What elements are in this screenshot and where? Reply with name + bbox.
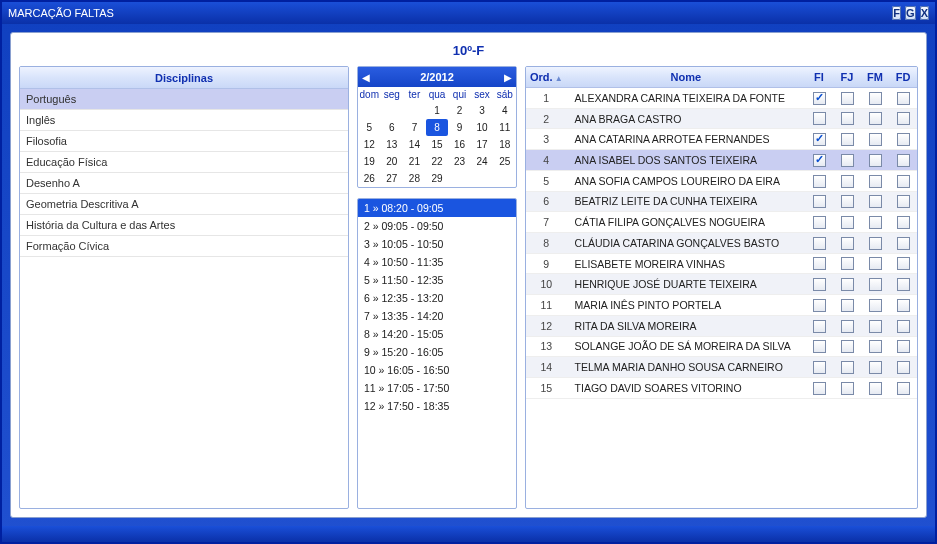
col-ord-header[interactable]: Ord.▲ (526, 67, 567, 88)
checkbox-fd[interactable] (897, 154, 910, 167)
timeslot-item[interactable]: 10 » 16:05 - 16:50 (358, 361, 516, 379)
checkbox-fm[interactable] (869, 382, 882, 395)
checkbox-fi[interactable] (813, 299, 826, 312)
checkbox-fm[interactable] (869, 278, 882, 291)
student-row[interactable]: 9ELISABETE MOREIRA VINHAS (526, 253, 917, 274)
checkbox-fj[interactable] (841, 278, 854, 291)
student-row[interactable]: 8CLÁUDIA CATARINA GONÇALVES BASTO (526, 233, 917, 254)
checkbox-fi[interactable] (813, 175, 826, 188)
timeslot-item[interactable]: 5 » 11:50 - 12:35 (358, 271, 516, 289)
checkbox-fm[interactable] (869, 195, 882, 208)
calendar-day[interactable]: 7 (403, 119, 426, 136)
checkbox-fm[interactable] (869, 92, 882, 105)
checkbox-fj[interactable] (841, 320, 854, 333)
checkbox-fd[interactable] (897, 133, 910, 146)
student-row[interactable]: 11MARIA INÊS PINTO PORTELA (526, 295, 917, 316)
timeslot-item[interactable]: 2 » 09:05 - 09:50 (358, 217, 516, 235)
timeslot-item[interactable]: 6 » 12:35 - 13:20 (358, 289, 516, 307)
discipline-item[interactable]: Filosofia (20, 131, 348, 152)
checkbox-fi[interactable] (813, 216, 826, 229)
student-row[interactable]: 13SOLANGE JOÃO DE SÁ MOREIRA DA SILVA (526, 336, 917, 357)
calendar-day[interactable]: 25 (493, 153, 516, 170)
checkbox-fj[interactable] (841, 112, 854, 125)
calendar-day[interactable]: 19 (358, 153, 381, 170)
calendar-day[interactable]: 17 (471, 136, 494, 153)
student-row[interactable]: 1ALEXANDRA CARINA TEIXEIRA DA FONTE (526, 88, 917, 109)
checkbox-fj[interactable] (841, 382, 854, 395)
discipline-item[interactable]: Geometria Descritiva A (20, 194, 348, 215)
calendar-day[interactable]: 23 (448, 153, 471, 170)
col-fm-header[interactable]: FM (861, 67, 889, 88)
calendar-day[interactable]: 3 (471, 102, 494, 119)
timeslot-item[interactable]: 9 » 15:20 - 16:05 (358, 343, 516, 361)
checkbox-fi[interactable] (813, 361, 826, 374)
calendar-day[interactable]: 28 (403, 170, 426, 187)
checkbox-fj[interactable] (841, 92, 854, 105)
calendar-day[interactable]: 9 (448, 119, 471, 136)
checkbox-fi[interactable] (813, 92, 826, 105)
checkbox-fm[interactable] (869, 320, 882, 333)
calendar-prev[interactable]: ◀ (362, 72, 370, 83)
checkbox-fi[interactable] (813, 237, 826, 250)
checkbox-fi[interactable] (813, 278, 826, 291)
student-row[interactable]: 7CÁTIA FILIPA GONÇALVES NOGUEIRA (526, 212, 917, 233)
checkbox-fm[interactable] (869, 361, 882, 374)
timeslot-item[interactable]: 1 » 08:20 - 09:05 (358, 199, 516, 217)
col-name-header[interactable]: Nome (567, 67, 805, 88)
btn-g[interactable]: G (905, 6, 916, 20)
checkbox-fi[interactable] (813, 133, 826, 146)
discipline-item[interactable]: Educação Física (20, 152, 348, 173)
checkbox-fj[interactable] (841, 299, 854, 312)
discipline-item[interactable]: Português (20, 89, 348, 110)
calendar-day[interactable]: 29 (426, 170, 449, 187)
checkbox-fj[interactable] (841, 133, 854, 146)
checkbox-fm[interactable] (869, 216, 882, 229)
checkbox-fd[interactable] (897, 340, 910, 353)
checkbox-fj[interactable] (841, 257, 854, 270)
calendar-day[interactable]: 14 (403, 136, 426, 153)
calendar-day[interactable]: 16 (448, 136, 471, 153)
checkbox-fj[interactable] (841, 361, 854, 374)
student-row[interactable]: 10HENRIQUE JOSÉ DUARTE TEIXEIRA (526, 274, 917, 295)
col-fj-header[interactable]: FJ (833, 67, 861, 88)
calendar-day[interactable]: 5 (358, 119, 381, 136)
checkbox-fi[interactable] (813, 382, 826, 395)
timeslot-item[interactable]: 4 » 10:50 - 11:35 (358, 253, 516, 271)
checkbox-fm[interactable] (869, 257, 882, 270)
checkbox-fi[interactable] (813, 195, 826, 208)
calendar-day[interactable]: 12 (358, 136, 381, 153)
checkbox-fm[interactable] (869, 133, 882, 146)
checkbox-fd[interactable] (897, 278, 910, 291)
calendar-day[interactable]: 10 (471, 119, 494, 136)
discipline-item[interactable]: Formação Cívica (20, 236, 348, 257)
checkbox-fm[interactable] (869, 237, 882, 250)
checkbox-fi[interactable] (813, 154, 826, 167)
checkbox-fm[interactable] (869, 299, 882, 312)
student-row[interactable]: 4ANA ISABEL DOS SANTOS TEIXEIRA (526, 150, 917, 171)
student-row[interactable]: 5ANA SOFIA CAMPOS LOUREIRO DA EIRA (526, 170, 917, 191)
btn-x[interactable]: X (920, 6, 929, 20)
calendar-day[interactable]: 22 (426, 153, 449, 170)
checkbox-fd[interactable] (897, 361, 910, 374)
student-row[interactable]: 2ANA BRAGA CASTRO (526, 108, 917, 129)
timeslot-item[interactable]: 7 » 13:35 - 14:20 (358, 307, 516, 325)
checkbox-fd[interactable] (897, 257, 910, 270)
checkbox-fi[interactable] (813, 320, 826, 333)
calendar-day[interactable]: 2 (448, 102, 471, 119)
timeslot-item[interactable]: 3 » 10:05 - 10:50 (358, 235, 516, 253)
calendar-day[interactable]: 1 (426, 102, 449, 119)
checkbox-fm[interactable] (869, 154, 882, 167)
calendar-day[interactable]: 24 (471, 153, 494, 170)
discipline-item[interactable]: Inglês (20, 110, 348, 131)
checkbox-fd[interactable] (897, 195, 910, 208)
checkbox-fd[interactable] (897, 299, 910, 312)
calendar-day[interactable]: 21 (403, 153, 426, 170)
checkbox-fd[interactable] (897, 320, 910, 333)
student-row[interactable]: 15TIAGO DAVID SOARES VITORINO (526, 378, 917, 399)
student-row[interactable]: 3ANA CATARINA ARROTEA FERNANDES (526, 129, 917, 150)
checkbox-fj[interactable] (841, 237, 854, 250)
checkbox-fi[interactable] (813, 340, 826, 353)
timeslot-item[interactable]: 12 » 17:50 - 18:35 (358, 397, 516, 415)
checkbox-fj[interactable] (841, 175, 854, 188)
discipline-item[interactable]: História da Cultura e das Artes (20, 215, 348, 236)
